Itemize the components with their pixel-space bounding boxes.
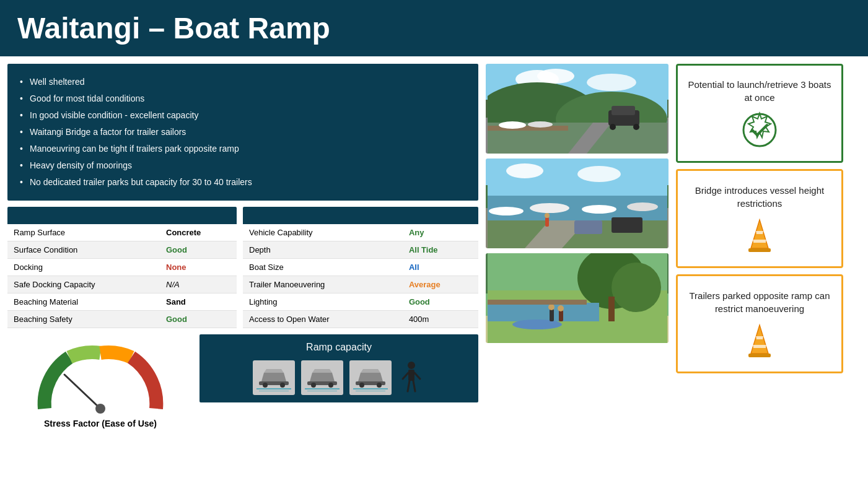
photo-1-svg [488, 64, 667, 154]
cone-icon-2 [745, 323, 774, 358]
svg-point-6 [280, 383, 285, 388]
svg-point-42 [499, 121, 526, 129]
svg-line-26 [414, 373, 420, 379]
svg-point-12 [311, 383, 316, 388]
boat-lane-svg [305, 364, 340, 391]
row-value: All [403, 259, 478, 276]
table-row: Safe Docking Capacity N/A [7, 276, 237, 293]
row-label: Vehicle Capability [243, 224, 403, 241]
svg-point-53 [627, 202, 658, 211]
table-row: Beaching Material Sand [7, 293, 237, 311]
row-value: All Tide [403, 241, 478, 259]
svg-point-40 [633, 124, 639, 130]
svg-point-57 [545, 213, 550, 218]
svg-point-68 [558, 305, 564, 311]
svg-point-50 [489, 207, 524, 215]
photo-2-svg [488, 159, 667, 248]
svg-marker-10 [310, 373, 335, 381]
table-header-left [7, 207, 237, 224]
svg-point-20 [377, 383, 382, 388]
photo-1 [486, 64, 669, 154]
row-label: Surface Condition [7, 241, 160, 259]
svg-marker-77 [756, 336, 763, 339]
svg-point-52 [582, 205, 616, 214]
table-header-right [243, 207, 478, 224]
row-label: Safe Docking Capacity [7, 276, 160, 293]
info-card-bridge: Bridge introduces vessel height restrict… [676, 169, 843, 268]
info-card-trailers: Trailers parked opposite ramp can restri… [676, 274, 843, 373]
row-label: Beaching Safety [7, 311, 160, 328]
svg-rect-65 [550, 309, 554, 321]
row-label: Ramp Surface [7, 224, 160, 241]
card-trailers-text: Trailers parked opposite ramp can restri… [688, 289, 831, 315]
svg-point-31 [537, 69, 574, 84]
row-label: Boat Size [243, 259, 403, 276]
row-label: Access to Open Water [243, 311, 403, 328]
svg-line-28 [413, 381, 415, 391]
row-value: Good [160, 311, 237, 328]
svg-rect-41 [488, 126, 568, 131]
bottom-left-row: Stress Factor (Ease of Use) Ramp capacit… [7, 334, 478, 435]
svg-rect-69 [488, 300, 587, 305]
svg-marker-4 [264, 369, 284, 373]
photo-3 [486, 253, 669, 343]
bullet-item: No dedicated trailer parks but capacity … [20, 174, 466, 191]
svg-point-13 [328, 383, 333, 388]
row-value: None [160, 259, 237, 276]
row-label: Docking [7, 259, 160, 276]
bullet-item: In good visible condition - excellent ca… [20, 107, 466, 124]
row-value: Any [403, 224, 478, 241]
boat-lane-svg [256, 364, 291, 391]
svg-point-1 [95, 404, 105, 414]
row-value: Concrete [160, 224, 237, 241]
ramp-details-table: Ramp Surface Concrete Surface Condition … [7, 224, 237, 328]
svg-point-43 [528, 121, 553, 128]
svg-point-19 [359, 383, 364, 388]
row-label: Beaching Material [7, 293, 160, 311]
bullet-item: Well sheltered [20, 74, 466, 90]
svg-rect-56 [545, 217, 549, 227]
svg-point-46 [577, 166, 621, 182]
svg-point-39 [610, 124, 616, 130]
row-value: Average [403, 276, 478, 293]
photo-2 [486, 159, 669, 248]
svg-marker-18 [361, 369, 380, 373]
photos-column [486, 64, 669, 478]
svg-rect-55 [612, 217, 642, 233]
ramp-lane-icon-2 [301, 360, 343, 395]
row-value: Good [160, 241, 237, 259]
table-row: Depth All Tide [243, 241, 478, 259]
svg-point-61 [612, 263, 661, 312]
ramp-capacity-box: Ramp capacity [199, 334, 478, 402]
svg-marker-74 [753, 240, 766, 243]
svg-rect-38 [612, 106, 635, 115]
svg-point-64 [512, 319, 562, 329]
table-row: Surface Condition Good [7, 241, 237, 259]
row-label: Depth [243, 241, 403, 259]
right-table-container: Vehicle Capability Any Depth All Tide Bo… [243, 207, 478, 328]
bullet-item: Waitangi Bridge a factor for trailer sai… [20, 124, 466, 141]
svg-rect-62 [608, 297, 615, 321]
photo-3-svg [488, 253, 667, 343]
tables-row: Ramp Surface Concrete Surface Condition … [7, 207, 478, 328]
row-value: N/A [160, 276, 237, 293]
page-header: Waitangi – Boat Ramp [0, 0, 868, 56]
left-column: Well sheltered Good for most tidal condi… [7, 64, 478, 478]
bullet-item: Heavy density of moorings [20, 157, 466, 174]
svg-line-0 [64, 375, 100, 409]
bullet-list: Well sheltered Good for most tidal condi… [20, 74, 466, 191]
svg-rect-54 [574, 220, 602, 234]
svg-point-70 [743, 114, 776, 146]
cone-icon [745, 217, 774, 253]
table-row: Lighting Good [243, 293, 478, 311]
svg-rect-67 [559, 310, 563, 321]
svg-line-27 [408, 381, 410, 391]
table-row: Docking None [7, 259, 237, 276]
ramp-lane-icon-1 [253, 360, 295, 395]
table-row: Access to Open Water 400m [243, 311, 478, 328]
ramp-lane-icon-3 [349, 360, 392, 395]
bullet-item: Manoeuvring can be tight if trailers par… [20, 141, 466, 157]
row-label: Trailer Manoeuvering [243, 276, 403, 293]
svg-point-66 [548, 304, 555, 310]
card-launch-text: Potential to launch/retrieve 3 boats at … [688, 78, 831, 104]
